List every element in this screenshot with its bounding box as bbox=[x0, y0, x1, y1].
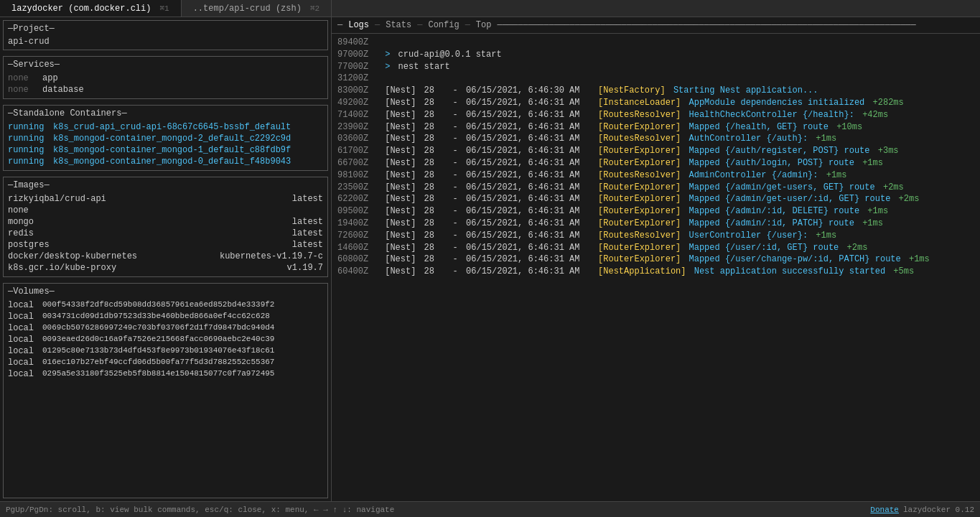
image-name: redis bbox=[8, 228, 34, 238]
volume-hash: 016ec107b27ebf49ccfd06d5b00fa77f5d3d7882… bbox=[42, 358, 274, 368]
donate-link[interactable]: Donate bbox=[870, 506, 899, 514]
image-item[interactable]: postgreslatest bbox=[8, 239, 323, 251]
log-line: 71400Z [Nest] 28 - 06/15/2021, 6:46:31 A… bbox=[337, 109, 974, 121]
log-line: 19400Z [Nest] 28 - 06/15/2021, 6:46:31 A… bbox=[337, 218, 974, 230]
volume-item[interactable]: local0069cb5076286997249c703bf03706f2d1f… bbox=[8, 322, 323, 334]
container-status: running bbox=[8, 134, 47, 144]
image-item[interactable]: none bbox=[8, 205, 323, 216]
image-name: rizkyiqbal/crud-api bbox=[8, 194, 106, 204]
containers-section-title: ─Standalone Containers─ bbox=[8, 108, 323, 118]
log-line: 89400Z bbox=[337, 37, 974, 49]
log-content[interactable]: 89400Z97000Z > crud-api@0.0.1 start77000… bbox=[332, 34, 980, 501]
log-header-logs[interactable]: Logs bbox=[348, 20, 369, 30]
service-name-database: database bbox=[42, 85, 84, 95]
image-item[interactable]: rizkyiqbal/crud-apilatest bbox=[8, 193, 323, 205]
image-item[interactable]: k8s.gcr.io/kube-proxyv1.19.7 bbox=[8, 262, 323, 274]
log-header-top[interactable]: Top bbox=[476, 20, 492, 30]
container-name: k8s_mongod-container_mongod-2_default_c2… bbox=[53, 134, 291, 144]
log-line: 72600Z [Nest] 28 - 06/15/2021, 6:46:31 A… bbox=[337, 230, 974, 242]
image-tag: latest bbox=[292, 240, 323, 250]
status-bar: PgUp/PgDn: scroll, b: view bulk commands… bbox=[0, 501, 980, 517]
log-header: ─ Logs ─ Stats ─ Config ─ Top ──────────… bbox=[332, 17, 980, 34]
service-item-app[interactable]: none app bbox=[8, 73, 323, 84]
volume-hash: 000f54338f2df8cd59b08dd36857961ea6ed852b… bbox=[42, 300, 274, 310]
tab-lazydocker[interactable]: lazydocker (com.docker.cli) ⌘1 bbox=[0, 0, 182, 17]
container-item[interactable]: runningk8s_mongod-container_mongod-2_def… bbox=[8, 133, 323, 144]
log-line: 03600Z [Nest] 28 - 06/15/2021, 6:46:31 A… bbox=[337, 133, 974, 145]
volume-item[interactable]: local016ec107b27ebf49ccfd06d5b00fa77f5d3… bbox=[8, 357, 323, 368]
log-header-config[interactable]: Config bbox=[428, 20, 459, 30]
images-section: ─Images─ rizkyiqbal/crud-apilatestnonemo… bbox=[3, 177, 328, 277]
container-name: k8s_crud-api_crud-api-68c67c6645-bssbf_d… bbox=[53, 122, 291, 132]
project-section-title: ─Project─ bbox=[8, 24, 323, 34]
service-status-database: none bbox=[8, 85, 37, 95]
container-item[interactable]: runningk8s_mongod-container_mongod-1_def… bbox=[8, 144, 323, 156]
image-tag: latest bbox=[292, 194, 323, 204]
container-status: running bbox=[8, 122, 47, 132]
images-section-title: ─Images─ bbox=[8, 180, 323, 190]
log-header-sep3: ─ bbox=[465, 20, 470, 30]
tab-lazydocker-label: lazydocker (com.docker.cli) bbox=[11, 4, 151, 14]
image-name: mongo bbox=[8, 217, 34, 227]
image-name: postgres bbox=[8, 240, 50, 250]
volume-hash: 0034731cd09d1db97523d33be460bbed866a0ef4… bbox=[42, 312, 270, 322]
image-tag: v1.19.7 bbox=[287, 263, 323, 273]
service-item-database[interactable]: none database bbox=[8, 84, 323, 96]
log-line: 62200Z [Nest] 28 - 06/15/2021, 6:46:31 A… bbox=[337, 193, 974, 205]
version-text: lazydocker 0.12 bbox=[903, 506, 974, 514]
tab-terminal[interactable]: ..temp/api-crud (zsh) ⌘2 bbox=[182, 0, 332, 17]
project-name[interactable]: api-crud bbox=[8, 37, 323, 47]
image-tag: latest bbox=[292, 228, 323, 238]
image-name: docker/desktop-kubernetes bbox=[8, 251, 137, 261]
log-line: 66700Z [Nest] 28 - 06/15/2021, 6:46:31 A… bbox=[337, 157, 974, 169]
image-name: none bbox=[8, 205, 29, 215]
volume-type: local bbox=[8, 346, 37, 356]
log-line: 97000Z > crud-api@0.0.1 start bbox=[337, 49, 974, 61]
image-item[interactable]: docker/desktop-kuberneteskubernetes-v1.1… bbox=[8, 251, 323, 262]
containers-list: runningk8s_crud-api_crud-api-68c67c6645-… bbox=[8, 121, 323, 167]
main-content: ─Project─ api-crud ─Services─ none app n… bbox=[0, 17, 980, 501]
image-tag: kubernetes-v1.19.7-c bbox=[220, 251, 323, 261]
volume-item[interactable]: local0034731cd09d1db97523d33be460bbed866… bbox=[8, 311, 323, 322]
left-panel: ─Project─ api-crud ─Services─ none app n… bbox=[0, 17, 332, 501]
log-line: 31200Z bbox=[337, 73, 974, 85]
volume-hash: 0093eaed26d0c16a9fa7526e215668facc0690ae… bbox=[42, 335, 274, 345]
volume-type: local bbox=[8, 369, 37, 379]
container-item[interactable]: runningk8s_mongod-container_mongod-0_def… bbox=[8, 156, 323, 167]
log-line: 98100Z [Nest] 28 - 06/15/2021, 6:46:31 A… bbox=[337, 169, 974, 182]
tab-bar: lazydocker (com.docker.cli) ⌘1 ..temp/ap… bbox=[0, 0, 980, 17]
container-status: running bbox=[8, 157, 47, 167]
volume-item[interactable]: local0295a5e33180f3525eb5f8b8814e1504815… bbox=[8, 368, 323, 380]
container-name: k8s_mongod-container_mongod-0_default_f4… bbox=[53, 157, 291, 167]
project-section: ─Project─ api-crud bbox=[3, 20, 328, 50]
image-item[interactable]: mongolatest bbox=[8, 216, 323, 228]
volume-item[interactable]: local000f54338f2df8cd59b08dd36857961ea6e… bbox=[8, 299, 323, 311]
log-header-separator-right: ────────────────────────────────────────… bbox=[497, 20, 915, 30]
services-section: ─Services─ none app none database bbox=[3, 56, 328, 99]
log-line: 23900Z [Nest] 28 - 06/15/2021, 6:46:31 A… bbox=[337, 121, 974, 134]
volume-item[interactable]: local01295c80e7133b73d4dfd453f8e9973b019… bbox=[8, 345, 323, 357]
volume-hash: 0295a5e33180f3525eb5f8b8814e1504815077c0… bbox=[42, 369, 274, 379]
log-line: 83000Z [Nest] 28 - 06/15/2021, 6:46:30 A… bbox=[337, 85, 974, 97]
service-status-app: none bbox=[8, 73, 37, 83]
volume-type: local bbox=[8, 300, 37, 310]
container-item[interactable]: runningk8s_crud-api_crud-api-68c67c6645-… bbox=[8, 121, 323, 133]
log-header-sep2: ─ bbox=[417, 20, 422, 30]
containers-section: ─Standalone Containers─ runningk8s_crud-… bbox=[3, 105, 328, 171]
container-status: running bbox=[8, 145, 47, 155]
log-line: 60400Z [Nest] 28 - 06/15/2021, 6:46:31 A… bbox=[337, 266, 974, 278]
volume-type: local bbox=[8, 312, 37, 322]
volume-item[interactable]: local0093eaed26d0c16a9fa7526e215668facc0… bbox=[8, 334, 323, 345]
volume-type: local bbox=[8, 323, 37, 333]
log-header-stats[interactable]: Stats bbox=[386, 20, 411, 30]
images-list: rizkyiqbal/crud-apilatestnonemongolatest… bbox=[8, 193, 323, 274]
volumes-section: ─Volumes─ local000f54338f2df8cd59b08dd36… bbox=[3, 283, 328, 498]
log-line: 09500Z [Nest] 28 - 06/15/2021, 6:46:31 A… bbox=[337, 205, 974, 218]
log-line: 60800Z [Nest] 28 - 06/15/2021, 6:46:31 A… bbox=[337, 253, 974, 266]
log-line: 23500Z [Nest] 28 - 06/15/2021, 6:46:31 A… bbox=[337, 182, 974, 194]
image-item[interactable]: redislatest bbox=[8, 228, 323, 239]
log-line: 49200Z [Nest] 28 - 06/15/2021, 6:46:31 A… bbox=[337, 97, 974, 109]
volume-type: local bbox=[8, 335, 37, 345]
status-left-text: PgUp/PgDn: scroll, b: view bulk commands… bbox=[6, 506, 394, 514]
tab-lazydocker-shortcut: ⌘1 bbox=[159, 4, 169, 13]
